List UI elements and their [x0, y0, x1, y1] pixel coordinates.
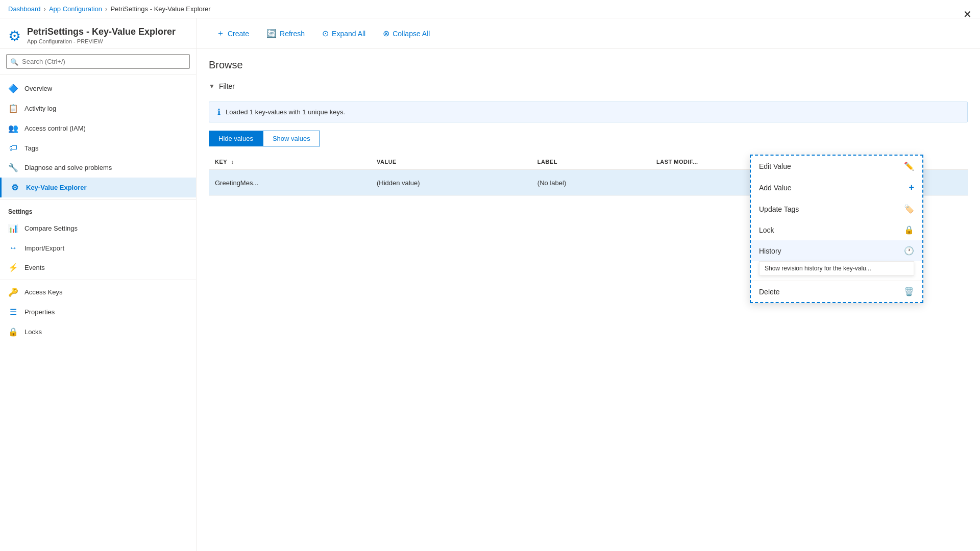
context-menu: Edit Value ✏️ Add Value + Update Tags 🏷️ — [750, 155, 923, 303]
browse-title: Browse — [209, 59, 968, 71]
filter-section: ▼ Filter — [209, 79, 968, 93]
history-label: History — [759, 247, 781, 255]
sidebar-item-overview[interactable]: 🔷 Overview — [0, 79, 196, 98]
toolbar: ＋ Create 🔄 Refresh ⊙ Expand All ⊗ Collap… — [197, 18, 980, 49]
compare-settings-icon: 📊 — [8, 223, 18, 233]
context-menu-item-add-value[interactable]: Add Value + — [751, 177, 922, 198]
app-icon: ⚙ — [8, 28, 21, 44]
sidebar-item-activity-log[interactable]: 📋 Activity log — [0, 98, 196, 118]
collapse-all-button[interactable]: ⊗ Collapse All — [375, 24, 437, 43]
sort-icon: ↕ — [231, 159, 234, 165]
search-icon: 🔍 — [10, 58, 18, 65]
cell-label: (No label) — [531, 169, 650, 196]
sidebar-item-locks[interactable]: 🔒 Locks — [0, 322, 196, 342]
breadcrumb-sep2: › — [105, 5, 107, 13]
sidebar-item-diagnose[interactable]: 🔧 Diagnose and solve problems — [0, 158, 196, 178]
access-control-icon: 👥 — [8, 123, 18, 133]
info-message: Loaded 1 key-values with 1 unique keys. — [226, 108, 345, 116]
sidebar-item-access-control[interactable]: 👥 Access control (IAM) — [0, 118, 196, 138]
sidebar-item-key-value-explorer[interactable]: ⚙ Key-Value Explorer — [0, 178, 196, 197]
table-container: KEY ↕ VALUE LABEL LAST MODIF... CONTENT … — [209, 155, 968, 196]
breadcrumb-current: PetriSettings - Key-Value Explorer — [110, 5, 210, 13]
delete-icon: 🗑️ — [904, 287, 914, 296]
history-tooltip: Show revision history for the key-valu..… — [759, 261, 914, 276]
sidebar-item-properties[interactable]: ☰ Properties — [0, 302, 196, 322]
sidebar-item-access-keys[interactable]: 🔑 Access Keys — [0, 282, 196, 302]
kv-explorer-icon: ⚙ — [10, 183, 20, 192]
events-icon: ⚡ — [8, 263, 18, 272]
filter-header[interactable]: ▼ Filter — [209, 79, 968, 93]
content-area: Browse ▼ Filter ℹ Loaded 1 key-values wi… — [197, 49, 980, 551]
update-tags-icon: 🏷️ — [904, 204, 914, 214]
view-toggle: Hide values Show values — [209, 131, 968, 146]
sidebar-item-label-diagnose: Diagnose and solve problems — [24, 164, 112, 171]
breadcrumb-dashboard[interactable]: Dashboard — [8, 5, 41, 13]
sidebar-item-label-tags: Tags — [24, 144, 38, 152]
hide-values-button[interactable]: Hide values — [209, 131, 263, 146]
sidebar-header: ⚙ PetriSettings - Key-Value Explorer App… — [0, 18, 196, 49]
settings-section-title: Settings — [0, 199, 196, 218]
history-icon: 🕐 — [904, 246, 914, 256]
nav-divider — [0, 280, 196, 280]
app-container: Dashboard › App Configuration › PetriSet… — [0, 0, 980, 551]
breadcrumb-app-config[interactable]: App Configuration — [49, 5, 102, 13]
sidebar-item-import-export[interactable]: ↔ Import/Export — [0, 238, 196, 258]
close-button[interactable]: ✕ — [963, 18, 972, 20]
sidebar-header-text: PetriSettings - Key-Value Explorer App C… — [27, 27, 176, 44]
collapse-all-icon: ⊗ — [383, 29, 389, 38]
edit-value-label: Edit Value — [759, 162, 791, 170]
sidebar-item-label-events: Events — [24, 264, 45, 271]
sidebar-item-label-access-control: Access control (IAM) — [24, 124, 86, 132]
create-label: Create — [228, 30, 249, 38]
edit-value-icon: ✏️ — [904, 161, 914, 171]
show-values-button[interactable]: Show values — [263, 131, 320, 146]
sidebar-item-label-activity-log: Activity log — [24, 105, 56, 112]
expand-all-button[interactable]: ⊙ Expand All — [314, 24, 373, 43]
info-banner: ℹ Loaded 1 key-values with 1 unique keys… — [209, 102, 968, 122]
cell-value: (Hidden value) — [371, 169, 531, 196]
page-subtitle: App Configuration - PREVIEW — [27, 38, 176, 44]
delete-label: Delete — [759, 288, 779, 296]
breadcrumb: Dashboard › App Configuration › PetriSet… — [0, 0, 980, 18]
update-tags-label: Update Tags — [759, 205, 799, 213]
context-menu-item-update-tags[interactable]: Update Tags 🏷️ — [751, 198, 922, 219]
sidebar-item-label-locks: Locks — [24, 328, 42, 336]
add-value-icon: + — [909, 182, 914, 193]
main-content: ＋ Create 🔄 Refresh ⊙ Expand All ⊗ Collap… — [197, 18, 980, 551]
locks-icon: 🔒 — [8, 327, 18, 337]
breadcrumb-sep1: › — [44, 5, 46, 13]
filter-chevron-icon: ▼ — [209, 83, 215, 90]
sidebar-item-label-import-export: Import/Export — [24, 244, 64, 252]
sidebar-item-compare-settings[interactable]: 📊 Compare Settings — [0, 218, 196, 238]
sidebar-item-events[interactable]: ⚡ Events — [0, 258, 196, 278]
access-keys-icon: 🔑 — [8, 287, 18, 297]
lock-label: Lock — [759, 226, 774, 234]
expand-all-icon: ⊙ — [322, 29, 329, 38]
sidebar-item-label-overview: Overview — [24, 85, 52, 92]
col-value: VALUE — [371, 155, 531, 169]
col-key: KEY ↕ — [209, 155, 371, 169]
sidebar-search-container: 🔍 — [0, 49, 196, 74]
activity-log-icon: 📋 — [8, 104, 18, 113]
context-menu-item-delete[interactable]: Delete 🗑️ — [751, 281, 922, 302]
lock-icon: 🔒 — [904, 225, 914, 235]
context-menu-item-history[interactable]: History 🕐 — [751, 240, 922, 261]
expand-all-label: Expand All — [332, 30, 365, 38]
refresh-button[interactable]: 🔄 Refresh — [259, 24, 312, 43]
refresh-icon: 🔄 — [266, 29, 277, 38]
search-input[interactable] — [6, 54, 190, 69]
sidebar-item-label-kv-explorer: Key-Value Explorer — [26, 184, 87, 191]
context-menu-item-edit-value[interactable]: Edit Value ✏️ — [751, 156, 922, 177]
add-value-label: Add Value — [759, 184, 792, 192]
tags-icon: 🏷 — [8, 143, 18, 153]
context-menu-item-lock[interactable]: Lock 🔒 — [751, 219, 922, 240]
overview-icon: 🔷 — [8, 84, 18, 93]
diagnose-icon: 🔧 — [8, 163, 18, 172]
sidebar-item-tags[interactable]: 🏷 Tags — [0, 138, 196, 158]
main-layout: ⚙ PetriSettings - Key-Value Explorer App… — [0, 18, 980, 551]
filter-label: Filter — [219, 82, 235, 90]
sidebar-item-label-access-keys: Access Keys — [24, 288, 62, 296]
properties-icon: ☰ — [8, 307, 18, 317]
create-button[interactable]: ＋ Create — [209, 23, 257, 43]
sidebar-nav: 🔷 Overview 📋 Activity log 👥 Access contr… — [0, 74, 196, 551]
